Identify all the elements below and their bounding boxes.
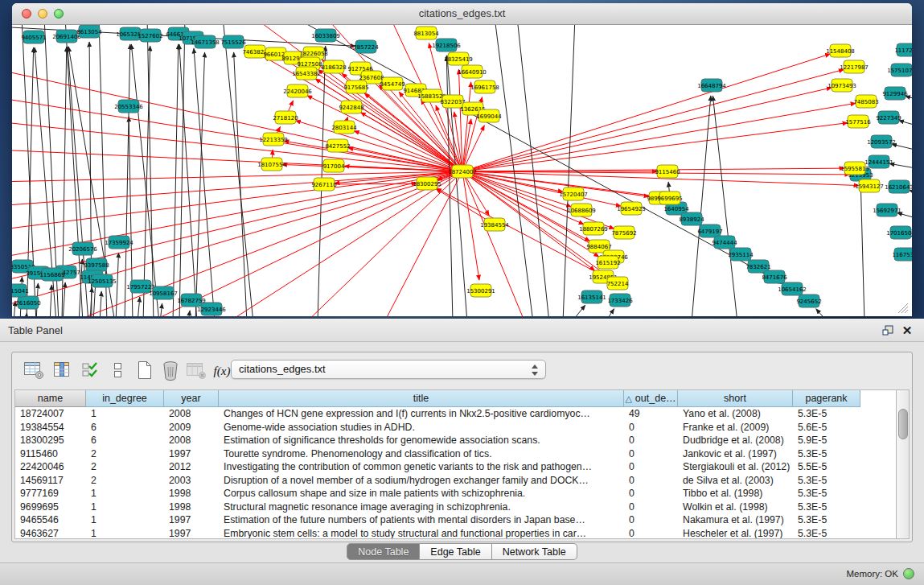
graph-node-20206576[interactable]: 20206576 bbox=[68, 242, 97, 255]
table-cell[interactable]: Dudbridge et al. (2008) bbox=[678, 435, 793, 446]
table-row[interactable]: 946554611997Estimation of the future num… bbox=[15, 513, 909, 527]
table-cell[interactable]: Tibbo et al. (1998) bbox=[678, 488, 793, 499]
graph-node-12093572[interactable]: 12093572 bbox=[867, 135, 896, 148]
graph-node-9129946[interactable]: 9129946 bbox=[882, 87, 908, 100]
close-window-button[interactable] bbox=[22, 9, 31, 19]
table-cell[interactable]: 5.3E-5 bbox=[793, 488, 860, 499]
graph-node-12213359[interactable]: 12213359 bbox=[259, 133, 288, 146]
graph-node-15955813[interactable]: 15955813 bbox=[840, 162, 869, 175]
graph-node-11548408[interactable]: 11548408 bbox=[826, 44, 855, 57]
table-cell[interactable]: 1 bbox=[86, 501, 164, 513]
graph-node-8938924[interactable]: 8938924 bbox=[679, 212, 704, 225]
table-cell[interactable]: Embryonic stem cells: a model to study s… bbox=[219, 528, 624, 539]
graph-node-12505135[interactable]: 12505135 bbox=[88, 274, 117, 287]
table-cell[interactable]: Nakamura et al. (1997) bbox=[678, 514, 793, 525]
graph-node-8186328[interactable]: 8186328 bbox=[321, 60, 346, 73]
table-cell[interactable]: 18300295 bbox=[15, 435, 86, 446]
table-cell[interactable]: 5.6E-5 bbox=[793, 422, 860, 433]
graph-node-18807269[interactable]: 18807269 bbox=[579, 222, 608, 235]
graph-node-9405571[interactable]: 9405571 bbox=[21, 31, 46, 43]
table-cell[interactable]: 0 bbox=[624, 528, 678, 539]
column-header-out_de[interactable]: △out_de… bbox=[624, 390, 678, 407]
citation-network-graph[interactable]: 9405571206914068613054106532871527602646… bbox=[12, 25, 912, 316]
graph-node-15943127[interactable]: 15943127 bbox=[855, 179, 884, 192]
select-columns-button[interactable] bbox=[78, 359, 102, 383]
table-cell[interactable]: Corpus callosum shape and size in male p… bbox=[219, 488, 624, 499]
table-cell[interactable]: 1 bbox=[86, 528, 164, 539]
graph-node-1733426[interactable]: 1733426 bbox=[607, 294, 633, 307]
graph-node-15751074[interactable]: 15751074 bbox=[887, 64, 912, 76]
table-cell[interactable]: 1 bbox=[86, 514, 164, 525]
column-header-in_degree[interactable]: in_degree bbox=[86, 390, 164, 407]
table-cell[interactable]: 22420046 bbox=[15, 461, 86, 472]
graph-node-8471676[interactable]: 8471676 bbox=[762, 270, 787, 283]
minimize-window-button[interactable] bbox=[38, 9, 47, 19]
graph-node-2616050[interactable]: 2616050 bbox=[15, 296, 40, 309]
graph-node-9115460[interactable]: 9115460 bbox=[655, 165, 680, 178]
table-cell[interactable]: Investigating the contribution of common… bbox=[219, 461, 624, 472]
delete-column-button[interactable] bbox=[184, 359, 208, 383]
graph-node-17359924[interactable]: 17359924 bbox=[105, 236, 133, 249]
graph-node-9699695[interactable]: 9699695 bbox=[657, 192, 682, 204]
table-cell[interactable]: 9777169 bbox=[15, 488, 86, 499]
table-cell[interactable]: 5.3E-5 bbox=[793, 408, 860, 419]
table-cell[interactable]: 5.3E-5 bbox=[793, 528, 860, 539]
table-cell[interactable]: 5.3E-5 bbox=[793, 475, 860, 486]
table-cell[interactable]: 14569117 bbox=[15, 475, 86, 486]
table-cell[interactable]: 1998 bbox=[164, 501, 219, 513]
column-header-pagerank[interactable]: pagerank bbox=[793, 390, 860, 407]
table-row[interactable]: 1456911722003Disruption of a novel membe… bbox=[15, 474, 909, 488]
column-header-year[interactable]: year bbox=[164, 390, 219, 407]
table-cell[interactable]: 1 bbox=[86, 408, 164, 419]
canvas-resize-grip[interactable] bbox=[898, 303, 908, 313]
graph-node-12923446[interactable]: 12923446 bbox=[197, 303, 226, 315]
table-cell[interactable]: 9463627 bbox=[15, 528, 86, 539]
tab-network-table[interactable]: Network Table bbox=[492, 543, 577, 560]
graph-node-16033809[interactable]: 16033809 bbox=[311, 29, 340, 42]
table-cell[interactable]: 1997 bbox=[164, 528, 219, 539]
table-cell[interactable]: 2009 bbox=[164, 422, 219, 433]
table-cell[interactable]: Estimation of the future numbers of pati… bbox=[219, 514, 624, 525]
table-cell[interactable]: Tourette syndrome. Phenomenology and cla… bbox=[219, 448, 624, 459]
close-panel-icon[interactable]: ✕ bbox=[900, 323, 914, 338]
graph-node-15300291[interactable]: 15300291 bbox=[466, 284, 495, 297]
network-window-titlebar[interactable]: citations_edges.txt bbox=[12, 3, 912, 25]
table-cell[interactable]: 9465546 bbox=[15, 514, 86, 525]
column-header-name[interactable]: name bbox=[15, 390, 86, 407]
graph-node-1117284[interactable]: 1117284 bbox=[894, 43, 912, 56]
graph-node-9315041[interactable]: 9315041 bbox=[12, 284, 29, 297]
table-cell[interactable]: 0 bbox=[624, 501, 678, 513]
table-cell[interactable]: 2003 bbox=[164, 475, 219, 486]
graph-node-1167531[interactable]: 1167531 bbox=[892, 248, 912, 261]
graph-node-12217987[interactable]: 12217987 bbox=[840, 60, 869, 73]
table-cell[interactable]: Changes of HCN gene expression and I(f) … bbox=[219, 408, 624, 419]
graph-node-9267110[interactable]: 9267110 bbox=[311, 178, 336, 191]
table-cell[interactable]: 0 bbox=[624, 488, 678, 499]
graph-node-17016504[interactable]: 17016504 bbox=[886, 226, 912, 239]
graph-node-14671358[interactable]: 14671358 bbox=[191, 35, 220, 48]
network-canvas[interactable]: 9405571206914068613054106532871527602646… bbox=[12, 25, 912, 316]
graph-node-917004[interactable]: 917004 bbox=[323, 159, 345, 172]
graph-node-1577516[interactable]: 1577516 bbox=[845, 115, 871, 128]
table-cell[interactable]: 0 bbox=[624, 422, 678, 433]
table-cell[interactable]: 2 bbox=[86, 448, 164, 459]
graph-node-20553346[interactable]: 20553346 bbox=[114, 100, 143, 113]
table-row[interactable]: 1830029562008Estimation of significance … bbox=[15, 434, 909, 447]
table-row[interactable]: 1872400712008Changes of HCN gene express… bbox=[15, 407, 909, 421]
graph-node-19218506[interactable]: 19218506 bbox=[432, 39, 461, 51]
table-cell[interactable]: Estimation of significance thresholds fo… bbox=[219, 435, 624, 446]
table-select-dropdown[interactable]: citations_edges.txt bbox=[231, 360, 546, 379]
table-row[interactable]: 946362711997Embryonic stem cells: a mode… bbox=[15, 527, 909, 540]
table-cell[interactable]: 5.5E-5 bbox=[793, 461, 860, 472]
table-cell[interactable]: Yano et al. (2008) bbox=[678, 408, 793, 419]
graph-node-19384554[interactable]: 19384554 bbox=[480, 218, 509, 231]
zoom-window-button[interactable] bbox=[54, 9, 64, 19]
table-cell[interactable]: 0 bbox=[624, 514, 678, 525]
table-cell[interactable]: 0 bbox=[624, 461, 678, 472]
float-panel-icon[interactable] bbox=[881, 323, 895, 338]
table-cell[interactable]: Wolkin et al. (1998) bbox=[678, 501, 793, 513]
graph-node-10688609[interactable]: 10688609 bbox=[567, 204, 596, 216]
graph-node-8613054[interactable]: 8613054 bbox=[76, 25, 102, 38]
table-cell[interactable]: 1997 bbox=[164, 448, 219, 459]
table-cell[interactable]: Franke et al. (2009) bbox=[678, 422, 793, 433]
